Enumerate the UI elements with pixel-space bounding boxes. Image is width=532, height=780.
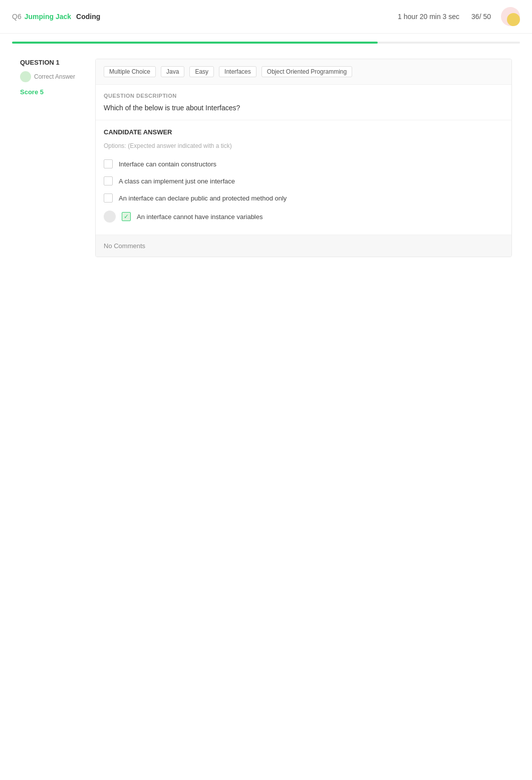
option-checkbox[interactable] — [104, 159, 113, 168]
question-area: Multiple ChoiceJavaEasyInterfacesObject … — [95, 59, 512, 257]
section-label: Coding — [76, 13, 100, 21]
candidate-name: Jumping Jack — [25, 13, 71, 21]
comments-section: No Comments — [96, 235, 511, 257]
options-container: Interface can contain constructorsA clas… — [104, 155, 503, 227]
candidate-answer-title: CANDIDATE ANSWER — [104, 128, 503, 136]
tag-item: Object Oriented Programming — [261, 66, 352, 77]
score-display: 36/ 50 — [471, 13, 491, 21]
option-text: Interface can contain constructors — [119, 160, 216, 168]
correct-dot-icon — [20, 71, 31, 82]
tag-item: Easy — [189, 66, 214, 77]
option-checkbox[interactable]: ✓ — [122, 212, 131, 221]
avatar-inner — [507, 13, 520, 26]
options-hint: (Expected answer indicated with a tick) — [128, 142, 231, 149]
header: Q6 Jumping Jack Coding 1 hour 20 min 3 s… — [0, 0, 532, 34]
selected-indicator — [104, 211, 116, 223]
candidate-answer-section: CANDIDATE ANSWER Options: (Expected answ… — [96, 120, 511, 235]
timer-display: 1 hour 20 min 3 sec — [398, 13, 459, 21]
option-checkbox[interactable] — [104, 193, 113, 203]
option-row: An interface can declare public and prot… — [104, 189, 503, 207]
option-checkbox[interactable] — [104, 176, 113, 185]
question-number: Q6 — [12, 13, 22, 21]
question-description-section: QUESTION DESCRIPTION Which of the below … — [96, 85, 511, 120]
correct-answer-text: Correct Answer — [34, 73, 75, 80]
score-label: Score 5 — [20, 88, 80, 96]
no-comments-text: No Comments — [104, 242, 503, 250]
progress-area — [0, 34, 532, 44]
tag-item: Multiple Choice — [104, 66, 156, 77]
avatar — [501, 7, 520, 26]
tag-item: Java — [161, 66, 184, 77]
main-content: QUESTION 1 Correct Answer Score 5 Multip… — [0, 44, 532, 272]
options-label: Options: (Expected answer indicated with… — [104, 142, 503, 149]
option-text: A class can implement just one interface — [119, 177, 235, 185]
option-row: ✓An interface cannot have instance varia… — [104, 207, 503, 227]
option-row: A class can implement just one interface — [104, 172, 503, 189]
tags-row: Multiple ChoiceJavaEasyInterfacesObject … — [96, 59, 511, 85]
tag-item: Interfaces — [219, 66, 256, 77]
question-text: Which of the below is true about Interfa… — [104, 104, 503, 112]
question-description-label: QUESTION DESCRIPTION — [104, 93, 503, 99]
option-row: Interface can contain constructors — [104, 155, 503, 172]
question-label: QUESTION 1 — [20, 59, 80, 66]
option-text: An interface can declare public and prot… — [119, 194, 287, 202]
correct-answer-badge: Correct Answer — [20, 71, 75, 82]
left-sidebar: QUESTION 1 Correct Answer Score 5 — [20, 59, 80, 257]
option-text: An interface cannot have instance variab… — [137, 213, 263, 221]
